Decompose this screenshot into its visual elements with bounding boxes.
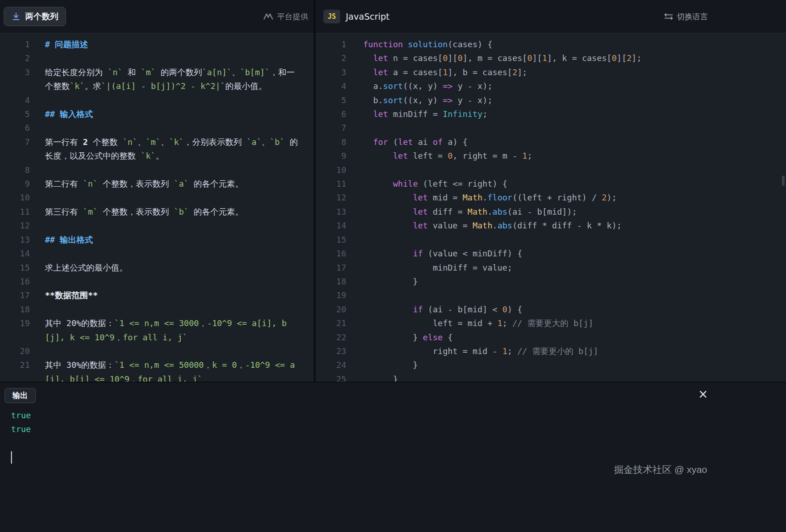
line-content: right = mid - 1; // 需要更小的 b[j] <box>346 344 786 358</box>
code-line[interactable]: 15 <box>316 233 786 247</box>
code-line[interactable]: 11 while (left <= right) { <box>316 177 786 191</box>
line-content <box>346 233 786 247</box>
code-line[interactable]: 3 let a = cases[1], b = cases[2]; <box>316 66 786 79</box>
line-content <box>30 275 314 288</box>
console-output-line: true <box>11 409 786 422</box>
markdown-line: 1# 问题描述 <box>0 38 314 51</box>
watermark: 掘金技术社区 @ xyao <box>614 463 707 476</box>
markdown-line: 8 <box>0 163 314 177</box>
console-panel: 输出 × truetrue 掘金技术社区 @ xyao <box>0 382 786 532</box>
markdown-line: 9第二行有 `n` 个整数，表示数列 `a` 的各个元素。 <box>0 177 314 191</box>
code-line[interactable]: 21 left = mid + 1; // 需要更大的 b[j] <box>316 316 786 330</box>
line-number: 20 <box>316 303 346 316</box>
problem-markdown-view[interactable]: 1# 问题描述23给定长度分别为 `n` 和 `m` 的两个数列`a[n]`、`… <box>0 33 314 382</box>
platform-logo-icon <box>263 12 273 21</box>
markdown-line: 2 <box>0 51 314 65</box>
code-line[interactable]: 9 let left = 0, right = m - 1; <box>316 149 786 163</box>
code-line[interactable]: 2 let n = cases[0][0], m = cases[0][1], … <box>316 51 786 65</box>
line-content <box>30 344 314 358</box>
code-line[interactable]: 10 <box>316 163 786 177</box>
code-line[interactable]: 20 if (ai - b[mid] < 0) { <box>316 303 786 316</box>
line-content: 第三行有 `m` 个整数，表示数列 `b` 的各个元素。 <box>30 205 314 219</box>
line-content: 求上述公式的最小值。 <box>30 261 314 275</box>
switch-language-button[interactable]: 切换语言 <box>664 11 708 22</box>
line-content: 第一行有 2 个整数 `n`、`m`、`k`，分别表示数列 `a`、`b` 的长… <box>30 135 314 163</box>
line-content: 给定长度分别为 `n` 和 `m` 的两个数列`a[n]`、`b[m]`，和一个… <box>30 66 314 94</box>
code-line[interactable]: 6 let minDiff = Infinity; <box>316 107 786 121</box>
problem-title-button[interactable]: 两个数列 <box>4 7 66 26</box>
markdown-line: 13## 输出格式 <box>0 233 314 247</box>
app: 两个数列 平台提供 1# 问题描述23给定长度分别为 `n` 和 `m` 的两个… <box>0 0 786 532</box>
line-content <box>346 288 786 302</box>
line-content: minDiff = value; <box>346 261 786 275</box>
code-line[interactable]: 24 } <box>316 358 786 372</box>
scrollbar-thumb[interactable] <box>782 176 785 186</box>
markdown-line: 6 <box>0 121 314 135</box>
code-line[interactable]: 4 a.sort((x, y) => y - x); <box>316 79 786 93</box>
line-number: 23 <box>316 344 346 358</box>
markdown-line: 19其中 20%的数据：`1 <= n,m <= 3000，-10^9 <= a… <box>0 316 314 344</box>
line-content <box>30 303 314 316</box>
line-content <box>30 121 314 135</box>
code-line[interactable]: 19 <box>316 288 786 302</box>
line-number: 11 <box>316 177 346 191</box>
line-content: for (let ai of a) { <box>346 135 786 149</box>
code-line[interactable]: 7 <box>316 121 786 135</box>
language-name: JavaScript <box>346 11 389 22</box>
line-number: 18 <box>316 275 346 288</box>
line-content <box>30 247 314 260</box>
code-line[interactable]: 23 right = mid - 1; // 需要更小的 b[j] <box>316 344 786 358</box>
line-content: } else { <box>346 331 786 344</box>
line-number: 8 <box>316 135 346 149</box>
line-number: 19 <box>0 316 30 344</box>
javascript-icon: JS <box>323 10 340 23</box>
line-number: 2 <box>316 51 346 65</box>
line-number: 3 <box>316 66 346 79</box>
code-line[interactable]: 22 } else { <box>316 331 786 344</box>
editor-split: 两个数列 平台提供 1# 问题描述23给定长度分别为 `n` 和 `m` 的两个… <box>0 0 786 382</box>
line-content: let minDiff = Infinity; <box>346 107 786 121</box>
markdown-line: 12 <box>0 219 314 233</box>
code-line[interactable]: 14 let value = Math.abs(diff * diff - k … <box>316 219 786 233</box>
markdown-line: 10 <box>0 191 314 205</box>
line-content <box>30 51 314 65</box>
line-number: 4 <box>316 79 346 93</box>
switch-language-label: 切换语言 <box>677 11 708 22</box>
code-line[interactable]: 17 minDiff = value; <box>316 261 786 275</box>
code-editor-view[interactable]: 1function solution(cases) {2 let n = cas… <box>316 33 786 382</box>
problem-panel: 两个数列 平台提供 1# 问题描述23给定长度分别为 `n` 和 `m` 的两个… <box>0 0 314 382</box>
close-icon[interactable]: × <box>698 388 708 400</box>
code-line[interactable]: 12 let mid = Math.floor((left + right) /… <box>316 191 786 205</box>
line-content <box>30 163 314 177</box>
line-content: } <box>346 372 786 382</box>
line-number: 22 <box>316 331 346 344</box>
line-number: 7 <box>316 121 346 135</box>
output-tab[interactable]: 输出 <box>5 388 36 403</box>
line-number: 9 <box>0 177 30 191</box>
swap-arrows-icon <box>664 13 673 20</box>
console-output: truetrue <box>11 409 786 437</box>
code-line[interactable]: 18 } <box>316 275 786 288</box>
code-line[interactable]: 5 b.sort((x, y) => y - x); <box>316 94 786 107</box>
code-line[interactable]: 16 if (value < minDiff) { <box>316 247 786 260</box>
markdown-line: 5## 输入格式 <box>0 107 314 121</box>
line-number: 19 <box>316 288 346 302</box>
download-icon <box>11 11 21 22</box>
code-line[interactable]: 13 let diff = Math.abs(ai - b[mid]); <box>316 205 786 219</box>
line-content <box>346 163 786 177</box>
line-number: 11 <box>0 205 30 219</box>
line-number: 16 <box>0 275 30 288</box>
line-number: 14 <box>316 219 346 233</box>
line-number: 4 <box>0 94 30 107</box>
code-line[interactable]: 25 } <box>316 372 786 382</box>
code-line[interactable]: 8 for (let ai of a) { <box>316 135 786 149</box>
line-content <box>30 219 314 233</box>
line-content: **数据范围** <box>30 288 314 302</box>
code-line[interactable]: 1function solution(cases) { <box>316 38 786 51</box>
markdown-line: 11第三行有 `m` 个整数，表示数列 `b` 的各个元素。 <box>0 205 314 219</box>
line-content: let mid = Math.floor((left + right) / 2)… <box>346 191 786 205</box>
line-content: let value = Math.abs(diff * diff - k * k… <box>346 219 786 233</box>
line-number: 13 <box>316 205 346 219</box>
line-number: 17 <box>316 261 346 275</box>
line-content: let diff = Math.abs(ai - b[mid]); <box>346 205 786 219</box>
